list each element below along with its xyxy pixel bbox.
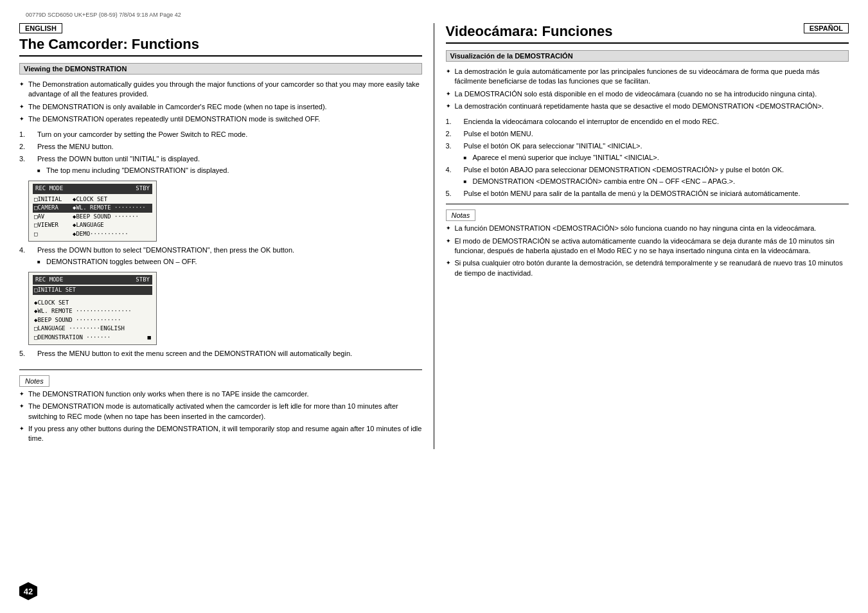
step-text: Press the MENU button to exit the menu s… (28, 349, 422, 359)
spanish-steps: 1. Encienda la videocámara colocando el … (446, 117, 849, 199)
menu-row: ◆CLOCK SET (33, 299, 152, 308)
menu-screen-2: REC MODE STBY □INITIAL SET ◆CLOCK SET ◆W… (28, 272, 157, 346)
menu-row-selected: □INITIAL SET (33, 286, 152, 295)
english-badge: ENGLISH (19, 23, 62, 33)
step-item: 5. Press the MENU button to exit the men… (19, 349, 422, 359)
step-text: Pulse el botón MENU. (455, 129, 849, 139)
spanish-badge: ESPAÑOL (804, 23, 849, 33)
menu-status-2: STBY (136, 276, 150, 285)
spanish-notes-bullets: La función DEMONSTRATION <DEMOSTRACIÓN> … (446, 224, 849, 278)
step-item: 2. Press the MENU button. (19, 142, 422, 152)
menu-row: □VIEWER◆LANGUAGE (33, 221, 152, 230)
menu-header-1: REC MODE STBY (33, 184, 152, 194)
step-item: 1. Turn on your camcorder by setting the… (19, 130, 422, 139)
english-steps: 1. Turn on your camcorder by setting the… (19, 130, 422, 176)
sub-bullet-item: Aparece el menú superior que incluye "IN… (464, 153, 849, 163)
spanish-section-header: Visualización de la DEMOSTRACIÓN (446, 50, 849, 62)
step-item: 5. Pulse el botón MENU para salir de la … (446, 189, 849, 199)
steps-text-left: 1. Turn on your camcorder by setting the… (19, 130, 422, 364)
spanish-title: Videocámara: Funciones (446, 23, 849, 44)
menu-row: □AV◆BEEP SOUND ······· (33, 213, 152, 222)
sub-bullet-item: DEMONSTRATION toggles between ON – OFF. (37, 257, 422, 267)
sub-bullet-item: The top menu including "DEMONSTRATION" i… (37, 166, 422, 175)
menu-row: □◆DEMO··········· (33, 230, 152, 239)
menu-mode: REC MODE (35, 184, 63, 193)
english-steps-3: 5. Press the MENU button to exit the men… (19, 349, 422, 359)
list-item: The DEMONSTRATION operates repeatedly un… (19, 114, 422, 124)
step-num: 5. (19, 349, 25, 359)
english-steps-2: 4. Press the DOWN button to select "DEMO… (19, 245, 422, 267)
menu-row: ◆BEEP SOUND ············· (33, 316, 152, 325)
step-num: 2. (19, 142, 25, 152)
step-num: 3. (446, 141, 452, 151)
sub-bullet-list: The top menu including "DEMONSTRATION" i… (28, 166, 422, 175)
sub-bullet-list: Aparece el menú superior que incluye "IN… (455, 153, 849, 163)
list-item: La demostración continuará repetidamente… (446, 102, 849, 111)
menu-header-2: REC MODE STBY (33, 275, 152, 285)
step-num: 1. (19, 130, 25, 139)
step-item: 3. Pulse el botón OK para seleccionar "I… (446, 141, 849, 163)
spanish-intro-bullets: La demostración le guía automáticamente … (446, 67, 849, 112)
step-item: 1. Encienda la videocámara colocando el … (446, 117, 849, 127)
step-text: Press the MENU button. (28, 142, 422, 152)
step-text: Pulse el botón OK para seleccionar "INIT… (455, 141, 849, 151)
list-item: The DEMONSTRATION is only available in C… (19, 102, 422, 112)
menu-status: STBY (136, 184, 150, 193)
english-intro-bullets: The Demonstration automatically guides y… (19, 80, 422, 125)
list-item: Si pulsa cualquier otro botón durante la… (446, 258, 849, 278)
spanish-column: ESPAÑOL Videocámara: Funciones Visualiza… (434, 23, 849, 449)
step-text: Press the DOWN button to select "DEMONST… (28, 245, 422, 255)
divider-right (446, 204, 849, 204)
list-item: The Demonstration automatically guides y… (19, 80, 422, 100)
step-num: 4. (446, 165, 452, 175)
step-num: 2. (446, 129, 452, 139)
list-item: El modo de DEMOSTRACIÓN se activa automá… (446, 236, 849, 256)
step-num: 1. (446, 117, 452, 127)
step-text: Press the DOWN button until "INITIAL" is… (28, 154, 422, 164)
list-item: La función DEMONSTRATION <DEMOSTRACIÓN> … (446, 224, 849, 233)
step-text: Pulse el botón MENU para salir de la pan… (455, 189, 849, 199)
print-header: 00779D SCD6050 UK+ESP (08-59) 7/8/04 9:1… (19, 12, 849, 18)
step-item: 2. Pulse el botón MENU. (446, 129, 849, 139)
list-item: La DEMOSTRACIÓN solo está disponible en … (446, 89, 849, 99)
divider (19, 369, 422, 370)
step-item: 3. Press the DOWN button until "INITIAL"… (19, 154, 422, 175)
step-num: 5. (446, 189, 452, 199)
english-section-header: Viewing the DEMONSTRATION (19, 63, 422, 75)
menu-row: □LANGUAGE ·········ENGLISH (33, 324, 152, 333)
sub-bullet-list: DEMONSTRATION <DEMOSTRACIÓN> cambia entr… (455, 177, 849, 186)
menu-row-selected: □CAMERA◆WL. REMOTE ········· (33, 204, 152, 213)
english-column: ENGLISH The Camcorder: Functions Viewing… (19, 23, 434, 449)
english-notes-bullets: The DEMONSTRATION function only works wh… (19, 389, 422, 444)
english-title: The Camcorder: Functions (19, 36, 422, 57)
spanish-notes-label: Notas (446, 209, 476, 221)
sub-bullet-list: DEMONSTRATION toggles between ON – OFF. (28, 257, 422, 267)
step-text: Pulse el botón ABAJO para seleccionar DE… (455, 165, 849, 175)
steps-with-menu: 1. Turn on your camcorder by setting the… (19, 130, 422, 364)
list-item: The DEMONSTRATION mode is automatically … (19, 402, 422, 422)
menu-row: □INITIAL◆CLOCK SET (33, 195, 152, 204)
menu-mode-2: REC MODE (35, 276, 63, 285)
step-num: 4. (19, 245, 25, 255)
menu-screen-1: REC MODE STBY □INITIAL◆CLOCK SET □CAMERA… (28, 181, 157, 242)
list-item: If you press any other buttons during th… (19, 424, 422, 444)
step-text: Encienda la videocámara colocando el int… (455, 117, 849, 127)
notes-label: Notes (19, 375, 49, 387)
menu-row: ◆WL. REMOTE ················ (33, 307, 152, 316)
step-item: 4. Press the DOWN button to select "DEMO… (19, 245, 422, 267)
page: 00779D SCD6050 UK+ESP (08-59) 7/8/04 9:1… (0, 0, 868, 613)
step-item: 4. Pulse el botón ABAJO para seleccionar… (446, 165, 849, 186)
step-text: Turn on your camcorder by setting the Po… (28, 130, 422, 139)
list-item: La demostración le guía automáticamente … (446, 67, 849, 87)
list-item: The DEMONSTRATION function only works wh… (19, 389, 422, 399)
menu-row: □DEMONSTRATION ·······■ (33, 333, 152, 342)
page-number: 42 (19, 582, 37, 600)
step-num: 3. (19, 154, 25, 164)
sub-bullet-item: DEMONSTRATION <DEMOSTRACIÓN> cambia entr… (464, 177, 849, 186)
